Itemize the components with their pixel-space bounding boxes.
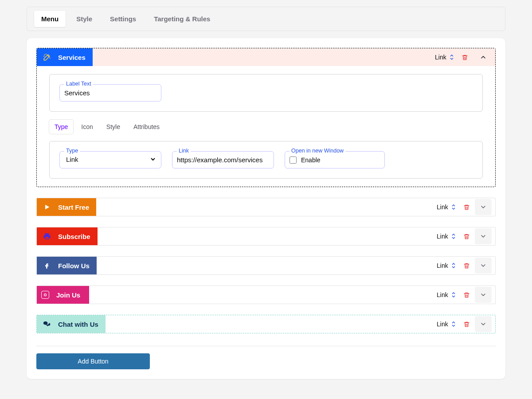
type-select[interactable]: Link: [434, 318, 458, 330]
type-select[interactable]: Link: [434, 201, 458, 213]
menu-item-controls: Link: [434, 198, 495, 216]
chat-icon: [43, 320, 51, 328]
label-text-field[interactable]: Label Text: [59, 84, 161, 102]
menu-item-header: Services Link: [37, 48, 495, 66]
expand-button[interactable]: [475, 258, 492, 274]
subtab-type[interactable]: Type: [49, 120, 73, 134]
play-icon: [43, 203, 51, 211]
expand-button[interactable]: [475, 199, 492, 215]
type-select-input[interactable]: Link: [434, 289, 458, 301]
drag-handle[interactable]: Join Us: [37, 286, 89, 304]
drag-handle[interactable]: Subscribe: [37, 227, 98, 245]
magic-wand-icon: [43, 53, 51, 61]
subtab-icon[interactable]: Icon: [76, 120, 98, 134]
type-field[interactable]: Type Link: [59, 151, 161, 168]
menu-item-subscribe: Subscribe Link: [36, 227, 496, 246]
menu-item-label: Chat with Us: [58, 321, 98, 328]
type-select[interactable]: Link: [432, 51, 456, 63]
type-select[interactable]: Link: [434, 289, 458, 301]
tab-targeting[interactable]: Targeting & Rules: [147, 11, 217, 27]
printer-icon: [43, 232, 51, 240]
menu-item-editor: Label Text Type Icon Style Attributes Ty…: [37, 66, 495, 187]
open-new-window-checkbox[interactable]: [289, 156, 297, 164]
subtabs: Type Icon Style Attributes: [49, 120, 483, 134]
type-select[interactable]: Link: [434, 259, 458, 272]
delete-button[interactable]: [458, 199, 475, 215]
menu-item-controls: Link: [434, 227, 495, 245]
label-text-input[interactable]: [64, 89, 156, 97]
tab-style[interactable]: Style: [69, 11, 99, 27]
menu-item-label: Start Free: [58, 203, 89, 211]
drag-handle[interactable]: Services: [37, 48, 93, 66]
tab-settings[interactable]: Settings: [103, 11, 143, 27]
drag-handle[interactable]: Start Free: [37, 198, 96, 216]
menu-item-label: Join Us: [56, 291, 80, 299]
menu-item-follow-us: Follow Us Link: [36, 256, 496, 275]
divider: [36, 346, 496, 346]
label-field-card: Label Text: [49, 74, 483, 112]
field-legend: Link: [177, 148, 191, 154]
drag-handle[interactable]: Follow Us: [37, 257, 97, 274]
menu-item-controls: Link: [432, 48, 495, 66]
subtab-attributes[interactable]: Attributes: [128, 120, 165, 134]
type-field-select[interactable]: Link: [64, 155, 156, 164]
delete-button[interactable]: [458, 287, 475, 303]
menu-item-label: Services: [58, 54, 86, 61]
type-select-input[interactable]: Link: [432, 51, 456, 63]
type-settings-card: Type Link Link Open in new Window Enable: [49, 141, 483, 179]
menu-item-controls: Link: [434, 257, 495, 274]
expand-button[interactable]: [475, 316, 492, 332]
field-legend: Open in new Window: [289, 148, 345, 154]
collapse-button[interactable]: [475, 49, 492, 65]
add-button[interactable]: Add Button: [36, 353, 150, 369]
top-tabs: Menu Style Settings Targeting & Rules: [27, 7, 505, 31]
drag-handle[interactable]: Chat with Us: [37, 315, 106, 333]
delete-button[interactable]: [456, 49, 473, 65]
menu-item-chat-with-us: Chat with Us Link: [36, 315, 496, 333]
instagram-icon: [41, 291, 49, 299]
menu-item-start-free: Start Free Link: [36, 198, 496, 216]
delete-button[interactable]: [458, 258, 475, 274]
delete-button[interactable]: [458, 316, 475, 332]
type-select-input[interactable]: Link: [434, 201, 458, 213]
facebook-icon: [43, 262, 51, 270]
field-legend: Label Text: [64, 81, 93, 87]
link-input[interactable]: [177, 156, 269, 164]
menu-item-label: Subscribe: [58, 233, 90, 240]
menu-item-label: Follow Us: [58, 262, 90, 270]
type-select-input[interactable]: Link: [434, 318, 458, 330]
svg-point-0: [44, 294, 47, 296]
expand-button[interactable]: [475, 287, 492, 303]
checkbox-label: Enable: [301, 156, 321, 164]
subtab-style[interactable]: Style: [101, 120, 125, 134]
delete-button[interactable]: [458, 228, 475, 244]
expand-button[interactable]: [475, 228, 492, 244]
type-select[interactable]: Link: [434, 230, 458, 243]
menu-item-join-us: Join Us Link: [36, 286, 496, 304]
menu-item-controls: Link: [434, 286, 495, 304]
type-select-input[interactable]: Link: [434, 230, 458, 243]
menu-item-services: Services Link: [36, 48, 496, 187]
link-field[interactable]: Link: [172, 151, 274, 168]
open-new-window-field[interactable]: Open in new Window Enable: [285, 151, 385, 168]
menu-item-controls: Link: [434, 315, 495, 333]
menu-builder-card: Services Link: [27, 38, 505, 379]
tab-menu[interactable]: Menu: [34, 11, 66, 27]
type-select-input[interactable]: Link: [434, 259, 458, 272]
field-legend: Type: [64, 148, 80, 154]
